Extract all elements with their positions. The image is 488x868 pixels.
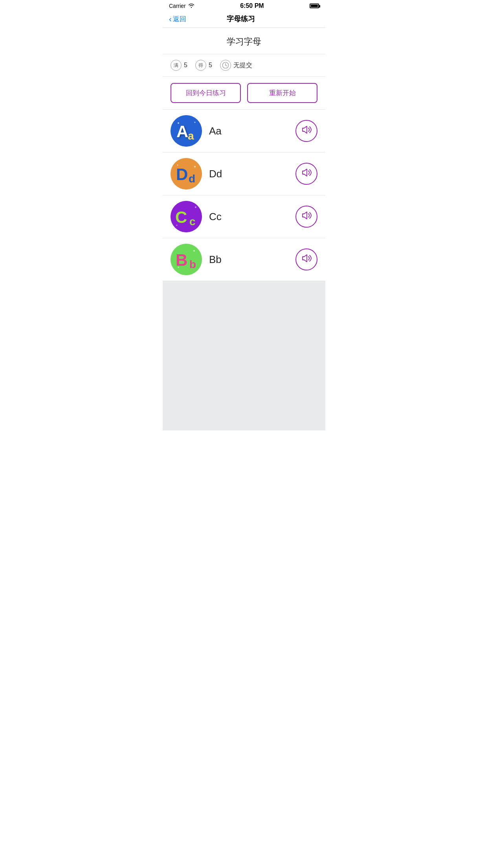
- letter-avatar-aa[interactable]: A a: [171, 115, 202, 147]
- svg-text:c: c: [189, 215, 196, 228]
- svg-text:A: A: [176, 122, 188, 141]
- svg-text:d: d: [189, 173, 195, 185]
- status-time: 6:50 PM: [240, 2, 264, 9]
- full-circle: 满: [171, 60, 182, 71]
- stat-time: 无提交: [220, 60, 252, 71]
- stats-row: 满 5 得 5 无提交: [163, 54, 325, 77]
- sound-button-aa[interactable]: [295, 120, 317, 142]
- dd-avatar-svg: D d: [171, 158, 202, 189]
- svg-point-7: [194, 122, 196, 123]
- score-circle: 得: [195, 60, 206, 71]
- list-item: C c Cc: [163, 195, 325, 238]
- score-value: 5: [209, 62, 212, 69]
- sound-button-cc[interactable]: [295, 206, 317, 228]
- letter-name-aa: Aa: [209, 125, 295, 137]
- score-label: 得: [198, 62, 203, 69]
- letter-name-dd: Dd: [209, 168, 295, 180]
- nav-bar: ‹ 返回 字母练习: [163, 11, 325, 28]
- svg-point-22: [178, 267, 179, 268]
- svg-point-12: [177, 165, 178, 166]
- stat-score: 得 5: [195, 60, 212, 71]
- back-label: 返回: [173, 15, 186, 24]
- back-button[interactable]: ‹ 返回: [169, 15, 186, 24]
- stat-full: 满 5: [171, 60, 187, 71]
- bb-avatar-svg: B b: [171, 244, 202, 275]
- svg-line-2: [226, 65, 227, 66]
- list-item: B b Bb: [163, 238, 325, 281]
- svg-point-6: [178, 122, 179, 124]
- letter-name-cc: Cc: [209, 211, 295, 223]
- sound-icon-dd: [301, 168, 312, 179]
- svg-text:b: b: [189, 258, 196, 270]
- back-chevron-icon: ‹: [169, 15, 172, 24]
- wifi-icon: [188, 3, 194, 9]
- letter-avatar-bb[interactable]: B b: [171, 244, 202, 275]
- restart-button[interactable]: 重新开始: [247, 83, 317, 103]
- sound-icon-cc: [301, 211, 312, 222]
- battery-area: [310, 4, 319, 8]
- battery-icon: [310, 4, 319, 8]
- page-title: 学习字母: [163, 28, 325, 54]
- carrier-wifi: Carrier: [169, 3, 194, 9]
- svg-point-21: [193, 250, 195, 252]
- letter-name-bb: Bb: [209, 254, 295, 266]
- full-label: 满: [174, 62, 178, 69]
- list-item: A a Aa: [163, 110, 325, 153]
- svg-text:C: C: [175, 208, 187, 226]
- sound-button-bb[interactable]: [295, 248, 317, 270]
- status-bar: Carrier 6:50 PM: [163, 0, 325, 11]
- svg-point-17: [176, 225, 178, 226]
- nav-title: 字母练习: [186, 14, 295, 24]
- letter-avatar-dd[interactable]: D d: [171, 158, 202, 189]
- sound-button-dd[interactable]: [295, 163, 317, 185]
- svg-text:D: D: [176, 165, 188, 184]
- svg-text:B: B: [176, 251, 187, 269]
- list-item: D d Dd: [163, 153, 325, 195]
- svg-text:a: a: [188, 130, 194, 142]
- carrier-text: Carrier: [169, 3, 186, 9]
- svg-point-11: [194, 166, 196, 167]
- return-button[interactable]: 回到今日练习: [171, 83, 241, 103]
- clock-icon: [220, 60, 231, 71]
- bottom-gray-area: [163, 281, 325, 430]
- battery-fill: [311, 5, 318, 7]
- aa-avatar-svg: A a: [171, 115, 202, 147]
- sound-icon-aa: [301, 125, 312, 136]
- svg-point-16: [195, 206, 196, 208]
- sound-icon-bb: [301, 254, 312, 265]
- cc-avatar-svg: C c: [171, 201, 202, 232]
- action-buttons: 回到今日练习 重新开始: [163, 77, 325, 110]
- full-value: 5: [184, 62, 187, 69]
- time-label: 无提交: [233, 61, 252, 70]
- letter-list: A a Aa D d: [163, 110, 325, 281]
- letter-avatar-cc[interactable]: C c: [171, 201, 202, 232]
